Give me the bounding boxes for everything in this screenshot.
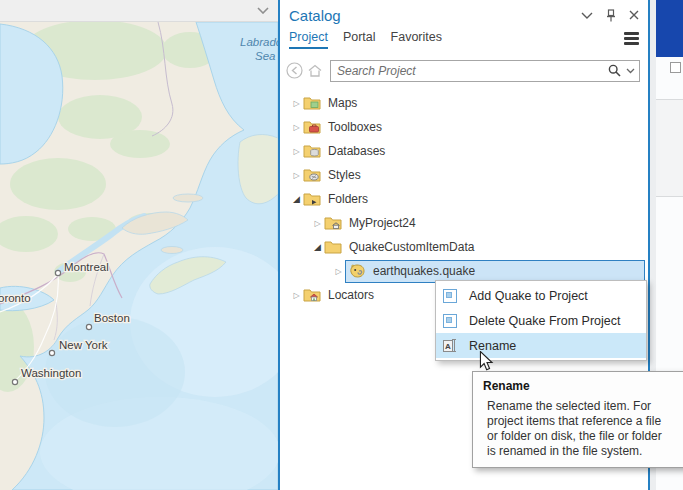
menu-item-label: Add Quake to Project (469, 289, 588, 303)
map-anticosti-island (173, 194, 203, 202)
tree-label[interactable]: MyProject24 (349, 216, 416, 230)
map-toolbar (0, 0, 278, 22)
tree-label[interactable]: Toolboxes (328, 120, 382, 134)
quake-item-icon (348, 263, 367, 279)
delete-quake-icon (443, 314, 457, 328)
city-marker-newyork (49, 350, 54, 355)
search-options-chevron-icon[interactable] (626, 68, 635, 74)
menu-hamburger-icon[interactable] (624, 32, 639, 45)
add-quake-icon (443, 289, 457, 303)
catalog-tabs: Project Portal Favorites (280, 30, 648, 55)
catalog-tree: ▷ Maps ▷ Toolboxes ▷ Databases ▷ (280, 91, 648, 307)
tree-row-databases[interactable]: ▷ Databases (280, 139, 648, 163)
pin-icon[interactable] (606, 9, 616, 22)
menu-item-delete-quake[interactable]: Delete Quake From Project (436, 308, 646, 333)
close-icon[interactable] (629, 10, 639, 20)
menu-item-label: Delete Quake From Project (469, 314, 620, 328)
tree-row-folders[interactable]: ◢ Folders (280, 187, 648, 211)
home-folder-icon (324, 215, 343, 231)
search-box (330, 60, 640, 82)
tree-row-quakecustomitemdata[interactable]: ◢ QuakeCustomItemData (280, 235, 648, 259)
tree-label[interactable]: Databases (328, 144, 385, 158)
search-input[interactable] (337, 64, 608, 78)
expander-collapsed-icon[interactable]: ▷ (290, 171, 303, 180)
tooltip-text-line: Rename the selected item. For (483, 399, 683, 414)
plain-folder-icon (324, 239, 343, 255)
tab-project[interactable]: Project (289, 30, 328, 49)
tree-label[interactable]: QuakeCustomItemData (349, 240, 474, 254)
maps-folder-icon (303, 95, 322, 111)
tree-label[interactable]: Locators (328, 288, 374, 302)
catalog-pane-header: Catalog (280, 0, 648, 30)
catalog-search-row (280, 55, 648, 86)
databases-folder-icon (303, 143, 322, 159)
expander-expanded-icon[interactable]: ◢ (311, 242, 324, 252)
menu-item-add-quake[interactable]: Add Quake to Project (436, 283, 646, 308)
tooltip-title: Rename (483, 379, 683, 393)
tab-portal[interactable]: Portal (343, 30, 376, 47)
map-label-labrador-sea-2: Sea (255, 50, 275, 62)
tree-label[interactable]: Folders (328, 192, 368, 206)
map-pei-island (161, 247, 183, 254)
styles-folder-icon (303, 167, 322, 183)
basemap[interactable]: Montreal oronto Boston New York Washingt… (0, 22, 278, 490)
menu-item-rename[interactable]: A Rename (436, 333, 646, 358)
tab-favorites[interactable]: Favorites (391, 30, 442, 47)
map-newfoundland (238, 135, 278, 204)
map-region: Montreal oronto Boston New York Washingt… (0, 0, 278, 490)
tree-row-styles[interactable]: ▷ Styles (280, 163, 648, 187)
pane-title: Catalog (289, 7, 581, 24)
city-marker-washington (12, 379, 17, 384)
expander-collapsed-icon[interactable]: ▷ (290, 123, 303, 132)
folders-folder-icon (303, 191, 322, 207)
map-label-montreal: Montreal (64, 261, 109, 273)
expander-collapsed-icon[interactable]: ▷ (311, 219, 324, 228)
tree-row-toolboxes[interactable]: ▷ Toolboxes (280, 115, 648, 139)
map-label-toronto: oronto (0, 292, 31, 304)
map-label-washington: Washington (21, 367, 81, 379)
context-menu: Add Quake to Project Delete Quake From P… (435, 280, 647, 361)
toolboxes-folder-icon (303, 119, 322, 135)
expander-collapsed-icon[interactable]: ▷ (290, 147, 303, 156)
search-icon[interactable] (608, 64, 621, 77)
back-button[interactable] (286, 62, 303, 79)
rename-icon: A (443, 339, 457, 353)
tooltip-text-line: or folder on disk, the file or folder (483, 429, 683, 444)
rename-tooltip: Rename Rename the selected item. For pro… (472, 371, 683, 468)
tooltip-text-line: is renamed in the file system. (483, 444, 683, 459)
tree-label[interactable]: Styles (328, 168, 361, 182)
expander-collapsed-icon[interactable]: ▷ (290, 99, 303, 108)
expander-collapsed-icon[interactable]: ▷ (332, 267, 345, 276)
locators-folder-icon (303, 287, 322, 303)
tree-row-myproject24[interactable]: ▷ MyProject24 (280, 211, 648, 235)
expander-expanded-icon[interactable]: ◢ (290, 194, 303, 204)
pane-collapse-chevron-icon[interactable] (581, 12, 593, 19)
tree-row-maps[interactable]: ▷ Maps (280, 91, 648, 115)
tree-label[interactable]: Maps (328, 96, 357, 110)
map-label-boston: Boston (94, 312, 130, 324)
expander-collapsed-icon[interactable]: ▷ (290, 291, 303, 300)
mouse-cursor (477, 351, 495, 374)
tooltip-text-line: project items that reference a file (483, 414, 683, 429)
adjacent-pane-section (656, 100, 683, 196)
home-button[interactable] (307, 63, 323, 78)
adjacent-pane-checkbox[interactable] (670, 62, 681, 73)
city-marker-montreal (55, 270, 60, 275)
chevron-down-icon[interactable] (257, 7, 269, 14)
adjacent-pane-header (656, 0, 683, 57)
map-label-labrador-sea-1: Labrador (240, 36, 278, 48)
tree-label[interactable]: earthquakes.quake (373, 264, 475, 278)
map-label-newyork: New York (59, 339, 108, 351)
city-marker-boston (86, 324, 91, 329)
